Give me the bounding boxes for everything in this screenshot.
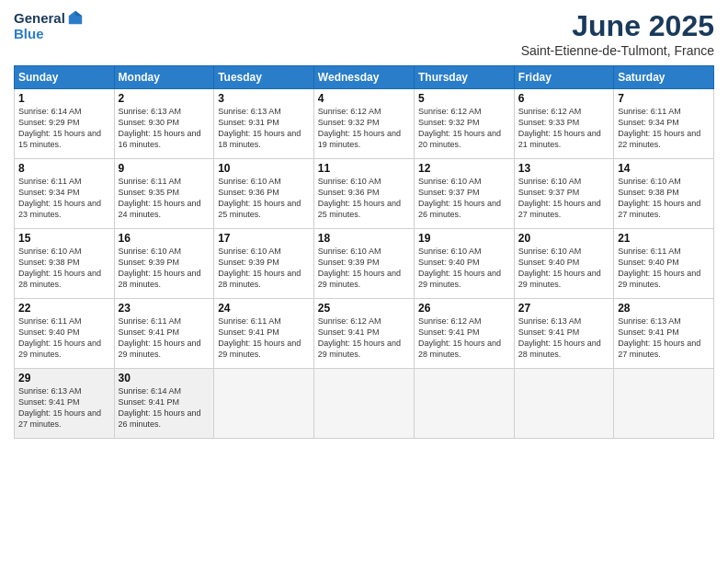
day-daylight: Daylight: 15 hours and 29 minutes. bbox=[218, 339, 301, 359]
calendar-day: 11 Sunrise: 6:10 AM Sunset: 9:36 PM Dayl… bbox=[313, 159, 414, 229]
day-number: 2 bbox=[119, 92, 210, 105]
day-daylight: Daylight: 15 hours and 28 minutes. bbox=[18, 269, 101, 289]
day-sunset: Sunset: 9:35 PM bbox=[119, 188, 180, 197]
day-daylight: Daylight: 15 hours and 29 minutes. bbox=[418, 269, 501, 289]
calendar-day: 2 Sunrise: 6:13 AM Sunset: 9:30 PM Dayli… bbox=[114, 89, 214, 159]
day-sunset: Sunset: 9:34 PM bbox=[18, 188, 80, 197]
calendar-day: 8 Sunrise: 6:11 AM Sunset: 9:34 PM Dayli… bbox=[15, 159, 115, 229]
day-sunset: Sunset: 9:34 PM bbox=[618, 118, 679, 127]
day-number: 3 bbox=[218, 92, 310, 105]
day-sunset: Sunset: 9:32 PM bbox=[318, 118, 380, 127]
day-sunrise: Sunrise: 6:11 AM bbox=[218, 316, 281, 326]
day-sunrise: Sunrise: 6:12 AM bbox=[418, 107, 482, 116]
day-number: 17 bbox=[218, 232, 310, 245]
day-number: 9 bbox=[119, 162, 210, 175]
day-daylight: Daylight: 15 hours and 25 minutes. bbox=[218, 199, 301, 219]
day-sunset: Sunset: 9:41 PM bbox=[18, 397, 80, 407]
day-sunrise: Sunrise: 6:10 AM bbox=[218, 247, 281, 256]
day-number: 23 bbox=[119, 302, 210, 315]
day-sunrise: Sunrise: 6:11 AM bbox=[18, 316, 82, 326]
calendar-day bbox=[614, 369, 714, 439]
logo-icon bbox=[67, 9, 84, 26]
day-sunset: Sunset: 9:37 PM bbox=[418, 188, 480, 197]
day-daylight: Daylight: 15 hours and 27 minutes. bbox=[518, 199, 601, 219]
day-sunrise: Sunrise: 6:10 AM bbox=[318, 247, 381, 256]
day-daylight: Daylight: 15 hours and 29 minutes. bbox=[318, 339, 401, 359]
day-sunset: Sunset: 9:41 PM bbox=[119, 327, 180, 337]
calendar-day: 14 Sunrise: 6:10 AM Sunset: 9:38 PM Dayl… bbox=[614, 159, 714, 229]
day-sunset: Sunset: 9:31 PM bbox=[218, 118, 279, 127]
day-sunset: Sunset: 9:36 PM bbox=[218, 188, 279, 197]
calendar-day: 24 Sunrise: 6:11 AM Sunset: 9:41 PM Dayl… bbox=[214, 299, 314, 369]
calendar-day: 13 Sunrise: 6:10 AM Sunset: 9:37 PM Dayl… bbox=[514, 159, 613, 229]
day-sunset: Sunset: 9:39 PM bbox=[119, 258, 180, 267]
day-header-saturday: Saturday bbox=[614, 66, 714, 89]
day-sunset: Sunset: 9:29 PM bbox=[18, 118, 80, 127]
logo: General Blue bbox=[14, 9, 84, 41]
day-daylight: Daylight: 15 hours and 25 minutes. bbox=[318, 199, 401, 219]
day-daylight: Daylight: 15 hours and 22 minutes. bbox=[618, 129, 700, 149]
day-number: 28 bbox=[618, 302, 710, 315]
calendar-week-4: 22 Sunrise: 6:11 AM Sunset: 9:40 PM Dayl… bbox=[15, 299, 714, 369]
day-sunrise: Sunrise: 6:10 AM bbox=[18, 247, 82, 256]
day-number: 27 bbox=[518, 302, 609, 315]
day-header-friday: Friday bbox=[514, 66, 613, 89]
calendar-day bbox=[514, 369, 613, 439]
day-sunrise: Sunrise: 6:11 AM bbox=[618, 247, 681, 256]
day-sunset: Sunset: 9:41 PM bbox=[518, 327, 580, 337]
calendar-page: General Blue June 2025 Saint-Etienne-de-… bbox=[0, 0, 728, 563]
calendar-day: 18 Sunrise: 6:10 AM Sunset: 9:39 PM Dayl… bbox=[313, 229, 414, 299]
calendar-day: 29 Sunrise: 6:13 AM Sunset: 9:41 PM Dayl… bbox=[15, 369, 115, 439]
calendar-day: 4 Sunrise: 6:12 AM Sunset: 9:32 PM Dayli… bbox=[313, 89, 414, 159]
day-sunset: Sunset: 9:38 PM bbox=[618, 188, 679, 197]
month-title: June 2025 bbox=[521, 9, 714, 43]
day-number: 18 bbox=[318, 232, 410, 245]
day-number: 5 bbox=[418, 92, 510, 105]
day-number: 22 bbox=[18, 302, 110, 315]
day-daylight: Daylight: 15 hours and 27 minutes. bbox=[18, 408, 101, 429]
day-sunset: Sunset: 9:37 PM bbox=[518, 188, 580, 197]
day-daylight: Daylight: 15 hours and 27 minutes. bbox=[618, 339, 700, 359]
calendar-week-2: 8 Sunrise: 6:11 AM Sunset: 9:34 PM Dayli… bbox=[15, 159, 714, 229]
day-sunrise: Sunrise: 6:10 AM bbox=[418, 177, 482, 186]
calendar-day: 20 Sunrise: 6:10 AM Sunset: 9:40 PM Dayl… bbox=[514, 229, 613, 299]
calendar-header-row: SundayMondayTuesdayWednesdayThursdayFrid… bbox=[15, 66, 714, 89]
logo-general: General bbox=[14, 10, 65, 26]
day-sunset: Sunset: 9:41 PM bbox=[318, 327, 380, 337]
day-sunset: Sunset: 9:40 PM bbox=[618, 258, 679, 267]
day-daylight: Daylight: 15 hours and 24 minutes. bbox=[119, 199, 201, 219]
day-daylight: Daylight: 15 hours and 29 minutes. bbox=[618, 269, 700, 289]
day-sunset: Sunset: 9:30 PM bbox=[119, 118, 180, 127]
day-sunset: Sunset: 9:33 PM bbox=[518, 118, 580, 127]
day-sunrise: Sunrise: 6:11 AM bbox=[119, 177, 182, 186]
day-sunrise: Sunrise: 6:10 AM bbox=[418, 247, 482, 256]
day-daylight: Daylight: 15 hours and 20 minutes. bbox=[418, 129, 501, 149]
day-daylight: Daylight: 15 hours and 29 minutes. bbox=[119, 339, 201, 359]
day-number: 30 bbox=[119, 372, 210, 385]
calendar-week-1: 1 Sunrise: 6:14 AM Sunset: 9:29 PM Dayli… bbox=[15, 89, 714, 159]
day-daylight: Daylight: 15 hours and 29 minutes. bbox=[18, 339, 101, 359]
day-daylight: Daylight: 15 hours and 29 minutes. bbox=[518, 269, 601, 289]
location: Saint-Etienne-de-Tulmont, France bbox=[521, 43, 714, 58]
day-daylight: Daylight: 15 hours and 21 minutes. bbox=[518, 129, 601, 149]
day-sunrise: Sunrise: 6:12 AM bbox=[518, 107, 582, 116]
calendar-day: 19 Sunrise: 6:10 AM Sunset: 9:40 PM Dayl… bbox=[414, 229, 514, 299]
calendar-day: 3 Sunrise: 6:13 AM Sunset: 9:31 PM Dayli… bbox=[214, 89, 314, 159]
day-sunrise: Sunrise: 6:10 AM bbox=[218, 177, 281, 186]
calendar-day: 25 Sunrise: 6:12 AM Sunset: 9:41 PM Dayl… bbox=[313, 299, 414, 369]
day-daylight: Daylight: 15 hours and 18 minutes. bbox=[218, 129, 301, 149]
calendar-day bbox=[313, 369, 414, 439]
day-sunrise: Sunrise: 6:12 AM bbox=[418, 316, 482, 326]
title-block: June 2025 Saint-Etienne-de-Tulmont, Fran… bbox=[521, 9, 714, 58]
day-sunrise: Sunrise: 6:13 AM bbox=[18, 386, 82, 396]
day-number: 6 bbox=[518, 92, 609, 105]
day-number: 15 bbox=[18, 232, 110, 245]
day-sunset: Sunset: 9:40 PM bbox=[418, 258, 480, 267]
calendar-day: 17 Sunrise: 6:10 AM Sunset: 9:39 PM Dayl… bbox=[214, 229, 314, 299]
day-daylight: Daylight: 15 hours and 26 minutes. bbox=[418, 199, 501, 219]
day-number: 12 bbox=[418, 162, 510, 175]
calendar-day: 22 Sunrise: 6:11 AM Sunset: 9:40 PM Dayl… bbox=[15, 299, 115, 369]
day-sunrise: Sunrise: 6:11 AM bbox=[18, 177, 82, 186]
calendar-day: 1 Sunrise: 6:14 AM Sunset: 9:29 PM Dayli… bbox=[15, 89, 115, 159]
calendar-day bbox=[414, 369, 514, 439]
